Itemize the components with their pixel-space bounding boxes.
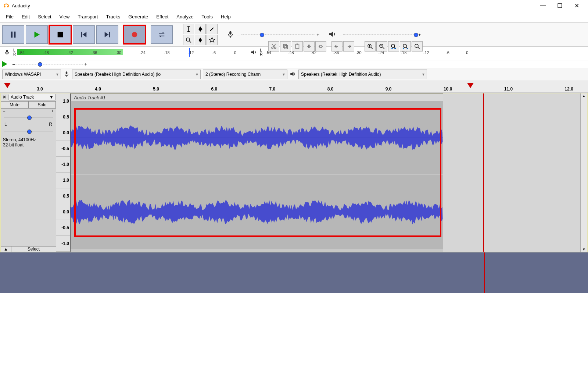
recording-channels-combo[interactable]: 2 (Stereo) Recording Chann xyxy=(203,70,287,79)
record-button[interactable] xyxy=(123,25,146,44)
svg-line-30 xyxy=(383,47,384,49)
menu-tracks[interactable]: Tracks xyxy=(103,13,124,21)
loop-button[interactable] xyxy=(151,25,173,44)
channel-labels: LR xyxy=(13,48,16,56)
stop-button[interactable] xyxy=(49,25,71,44)
svg-point-32 xyxy=(391,44,395,47)
playback-volume-group: – + xyxy=(328,30,421,39)
playback-volume-slider[interactable]: – + xyxy=(339,32,421,38)
cut-button[interactable] xyxy=(268,41,279,52)
edit-zoom-toolbar xyxy=(268,41,423,52)
trim-button[interactable] xyxy=(304,41,315,52)
vertical-scrollbar[interactable]: ▴ ▾ xyxy=(580,93,587,252)
track-format-info: Stereo, 44100Hz 32-bit float xyxy=(1,136,56,149)
redo-button[interactable] xyxy=(343,41,354,52)
playback-speed-slider[interactable]: – + xyxy=(12,61,87,67)
draw-tool-button[interactable] xyxy=(207,24,218,34)
menu-transport[interactable]: Transport xyxy=(74,13,101,21)
svg-marker-14 xyxy=(329,31,333,37)
track-close-button[interactable]: ✕ xyxy=(1,95,8,100)
minus-label: – xyxy=(339,32,342,38)
timeshift-tool-button[interactable] xyxy=(195,35,206,45)
selection-tool-button[interactable] xyxy=(183,24,194,34)
pause-button[interactable] xyxy=(2,25,24,44)
title-bar: Audacity — ☐ ✕ xyxy=(0,0,588,11)
window-maximize-button[interactable]: ☐ xyxy=(551,0,568,11)
record-volume-slider[interactable]: – + xyxy=(237,32,319,38)
silence-button[interactable] xyxy=(315,41,326,52)
plus-label: + xyxy=(418,32,421,38)
menu-edit[interactable]: Edit xyxy=(18,13,33,21)
svg-rect-24 xyxy=(297,44,298,45)
speaker-icon xyxy=(290,71,296,78)
track-pan-slider[interactable] xyxy=(4,128,53,134)
clip-title[interactable]: Audio Track #1 xyxy=(71,93,449,102)
svg-rect-17 xyxy=(66,71,68,74)
svg-point-36 xyxy=(415,44,418,47)
timeline-ruler[interactable]: 3.04.05.06.07.08.09.010.011.012.0 xyxy=(0,81,588,93)
svg-rect-5 xyxy=(58,32,63,38)
svg-rect-13 xyxy=(229,31,232,34)
window-close-button[interactable]: ✕ xyxy=(568,0,585,11)
track-select-button[interactable]: Select xyxy=(11,247,56,252)
audio-host-combo[interactable]: Windows WASAPI xyxy=(2,70,61,79)
minus-label: – xyxy=(237,32,240,38)
svg-marker-8 xyxy=(105,32,109,38)
plus-label: + xyxy=(316,32,319,38)
zoom-out-button[interactable] xyxy=(376,41,387,52)
menu-select[interactable]: Select xyxy=(34,13,55,21)
svg-point-0 xyxy=(4,6,6,8)
waveform-area[interactable]: Audio Track #1 xyxy=(71,93,580,252)
scroll-down-icon[interactable]: ▾ xyxy=(583,247,585,252)
rec-meter-scale: -54-48-42-36-30-24-18-12-60 xyxy=(17,48,238,57)
app-logo-icon xyxy=(3,2,10,9)
menu-view[interactable]: View xyxy=(56,13,74,21)
menu-tools[interactable]: Tools xyxy=(198,13,216,21)
zoom-toggle-button[interactable] xyxy=(412,41,423,52)
menu-generate[interactable]: Generate xyxy=(125,13,152,21)
skip-start-button[interactable] xyxy=(73,25,95,44)
svg-rect-15 xyxy=(6,50,8,53)
track-gain-slider[interactable] xyxy=(4,114,53,120)
copy-button[interactable] xyxy=(280,41,291,52)
paste-button[interactable] xyxy=(292,41,303,52)
recording-device-combo[interactable]: Speakers (Realtek High Definition Audio)… xyxy=(72,70,201,79)
envelope-tool-button[interactable] xyxy=(195,24,206,34)
multi-tool-button[interactable] xyxy=(207,35,218,45)
svg-rect-23 xyxy=(296,44,299,49)
track-menu-dropdown[interactable]: Audio Track▼ xyxy=(9,94,55,100)
menu-help[interactable]: Help xyxy=(217,13,234,21)
play-at-speed-button[interactable] xyxy=(2,61,7,67)
solo-button[interactable]: Solo xyxy=(28,101,56,109)
svg-rect-6 xyxy=(81,32,82,38)
svg-point-34 xyxy=(403,44,406,47)
play-button[interactable] xyxy=(26,25,48,44)
svg-marker-4 xyxy=(35,32,40,38)
track-collapse-button[interactable]: ▲ xyxy=(1,247,11,252)
empty-tracks-area xyxy=(0,252,588,293)
speaker-icon xyxy=(328,30,336,39)
zoom-in-button[interactable] xyxy=(365,41,376,52)
scroll-up-icon[interactable]: ▴ xyxy=(583,93,585,98)
playback-device-combo[interactable]: Speakers (Realtek High Definition Audio) xyxy=(298,70,427,79)
menu-effect[interactable]: Effect xyxy=(153,13,172,21)
undo-button[interactable] xyxy=(331,41,343,52)
window-minimize-button[interactable]: — xyxy=(534,0,551,11)
skip-end-button[interactable] xyxy=(96,25,118,44)
fit-selection-button[interactable] xyxy=(388,41,399,52)
microphone-icon xyxy=(2,49,12,56)
svg-line-12 xyxy=(189,41,191,43)
track-control-panel: ✕ Audio Track▼ Mute Solo –+ LR Stereo, 4… xyxy=(1,93,56,252)
highlight-box xyxy=(74,108,441,237)
fit-project-button[interactable] xyxy=(400,41,411,52)
svg-marker-7 xyxy=(82,32,86,38)
menu-file[interactable]: File xyxy=(2,13,17,21)
microphone-icon xyxy=(226,30,234,39)
svg-line-26 xyxy=(371,47,373,49)
record-volume-group: – + xyxy=(226,30,319,39)
microphone-icon xyxy=(63,71,70,78)
menu-analyze[interactable]: Analyze xyxy=(173,13,197,21)
zoom-tool-button[interactable] xyxy=(183,35,194,45)
mute-button[interactable]: Mute xyxy=(1,101,28,109)
svg-marker-16 xyxy=(251,50,254,54)
